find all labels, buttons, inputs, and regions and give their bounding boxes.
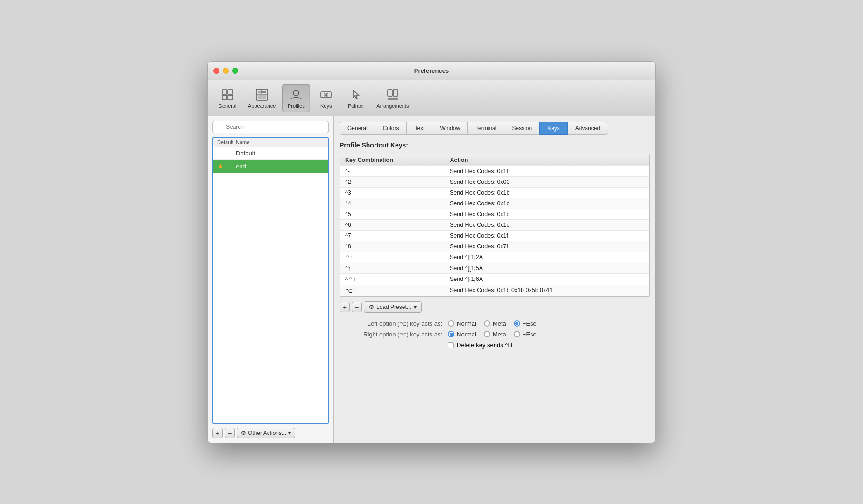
left-normal-label: Normal	[457, 320, 476, 327]
key-cell: ^8	[340, 241, 445, 252]
delete-key-option[interactable]: Delete key sends ^H	[448, 342, 650, 349]
table-row[interactable]: ^2Send Hex Codes: 0x00	[340, 176, 649, 187]
left-option-label: Left option (⌥) key acts as:	[340, 320, 442, 327]
remove-profile-button[interactable]: −	[225, 428, 235, 438]
left-normal-option[interactable]: Normal	[448, 320, 476, 327]
table-row[interactable]: ^4Send Hex Codes: 0x1c	[340, 198, 649, 209]
left-meta-label: Meta	[493, 320, 506, 327]
key-cell: ^6	[340, 219, 445, 230]
right-esc-label: +Esc	[523, 331, 536, 338]
key-cell: ^3	[340, 187, 445, 198]
keys-content: Profile Shortcut Keys: Key Combination A…	[340, 141, 650, 349]
tab-keys[interactable]: Keys	[539, 122, 568, 135]
tab-window[interactable]: Window	[432, 122, 468, 135]
add-profile-button[interactable]: +	[212, 428, 223, 438]
table-row[interactable]: ^5Send Hex Codes: 0x1d	[340, 209, 649, 219]
main-content: 🔍 Default Name Default ★ end	[208, 116, 655, 443]
table-row[interactable]: ^↑Send ^[[1;5A	[340, 263, 649, 273]
right-panel: General Colors Text Window Terminal Sess…	[334, 116, 655, 443]
tab-general[interactable]: General	[340, 122, 375, 135]
right-meta-option[interactable]: Meta	[484, 331, 506, 338]
chevron-icon-table: ▾	[414, 304, 417, 310]
tab-colors[interactable]: Colors	[375, 122, 407, 135]
profile-name-end: end	[236, 163, 324, 170]
remove-key-button[interactable]: −	[352, 302, 362, 312]
keys-icon: ⌘	[318, 87, 333, 102]
toolbar: General Appearance	[208, 80, 655, 116]
other-actions-button[interactable]: ⚙ Other Actions... ▾	[237, 428, 295, 438]
toolbar-item-general[interactable]: General	[213, 84, 241, 112]
search-input[interactable]	[212, 121, 329, 133]
col-key-combination: Key Combination	[340, 154, 445, 166]
toolbar-label-appearance: Appearance	[248, 103, 276, 109]
left-esc-option[interactable]: +Esc	[514, 320, 536, 327]
key-cell: ^↑	[340, 263, 445, 273]
add-key-button[interactable]: +	[340, 302, 350, 312]
keys-table: Key Combination Action ^-Send Hex Codes:…	[340, 154, 649, 296]
profile-row-default[interactable]: Default	[213, 147, 328, 160]
table-row[interactable]: ^8Send Hex Codes: 0x7f	[340, 241, 649, 252]
left-esc-label: +Esc	[523, 320, 536, 327]
close-button[interactable]	[213, 68, 219, 74]
toolbar-item-appearance[interactable]: Appearance	[243, 84, 280, 112]
key-cell: ^5	[340, 209, 445, 219]
preferences-window: Preferences General	[207, 61, 656, 443]
right-normal-option[interactable]: Normal	[448, 331, 476, 338]
delete-key-label: Delete key sends ^H	[457, 342, 512, 349]
right-normal-radio[interactable]	[448, 331, 454, 337]
sidebar: 🔍 Default Name Default ★ end	[208, 116, 334, 443]
profile-list-header: Default Name	[213, 138, 328, 147]
chevron-icon-sidebar: ▾	[288, 430, 291, 436]
svg-rect-5	[258, 91, 262, 93]
right-option-row: Right option (⌥) key acts as: Normal Met…	[340, 331, 650, 338]
toolbar-item-keys[interactable]: ⌘ Keys	[312, 84, 340, 112]
left-meta-radio[interactable]	[484, 320, 490, 327]
table-row[interactable]: ^-Send Hex Codes: 0x1f	[340, 166, 649, 176]
delete-key-checkbox[interactable]	[448, 342, 454, 348]
table-row[interactable]: ^6Send Hex Codes: 0x1e	[340, 219, 649, 230]
tab-session[interactable]: Session	[504, 122, 540, 135]
left-meta-option[interactable]: Meta	[484, 320, 506, 327]
keys-table-wrapper[interactable]: Key Combination Action ^-Send Hex Codes:…	[340, 154, 650, 297]
action-cell: Send ^[[1;5A	[445, 263, 649, 273]
key-cell: ^2	[340, 176, 445, 187]
profile-row-end[interactable]: ★ end	[213, 160, 328, 173]
svg-rect-1	[228, 90, 233, 94]
table-row[interactable]: ⇧↑Send ^[[1;2A	[340, 252, 649, 263]
svg-rect-6	[262, 91, 266, 93]
toolbar-item-pointer[interactable]: Pointer	[342, 84, 370, 112]
action-cell: Send ^[[1;6A	[445, 273, 649, 285]
titlebar: Preferences	[208, 62, 655, 80]
action-cell: Send ^[[1;2A	[445, 252, 649, 263]
svg-point-10	[293, 90, 299, 96]
toolbar-item-arrangements[interactable]: Arrangements	[372, 84, 413, 112]
traffic-lights	[213, 68, 238, 74]
tab-terminal[interactable]: Terminal	[467, 122, 504, 135]
table-row[interactable]: ^7Send Hex Codes: 0x1f	[340, 230, 649, 241]
table-row[interactable]: ⌥↑Send Hex Codes: 0x1b 0x1b 0x5b 0x41	[340, 285, 649, 296]
svg-rect-3	[228, 95, 233, 100]
action-cell: Send Hex Codes: 0x1e	[445, 219, 649, 230]
default-star-filled: ★	[217, 162, 236, 171]
left-normal-radio[interactable]	[448, 320, 454, 327]
left-esc-radio[interactable]	[514, 320, 520, 327]
toolbar-item-profiles[interactable]: Profiles	[282, 84, 310, 112]
load-preset-button[interactable]: ⚙ Load Preset... ▾	[364, 301, 422, 313]
svg-rect-0	[222, 90, 227, 94]
section-title: Profile Shortcut Keys:	[340, 141, 650, 149]
key-cell: ^7	[340, 230, 445, 241]
tab-text[interactable]: Text	[406, 122, 432, 135]
right-esc-radio[interactable]	[514, 331, 520, 337]
left-option-radio-group: Normal Meta +Esc	[448, 320, 536, 327]
table-row[interactable]: ^⇧↑Send ^[[1;6A	[340, 273, 649, 285]
right-meta-radio[interactable]	[484, 331, 490, 337]
gear-icon-table: ⚙	[369, 304, 374, 310]
key-cell: ^⇧↑	[340, 273, 445, 285]
profile-name-default: Default	[236, 150, 324, 157]
tab-advanced[interactable]: Advanced	[567, 122, 608, 135]
right-esc-option[interactable]: +Esc	[514, 331, 536, 338]
maximize-button[interactable]	[232, 68, 238, 74]
toolbar-label-arrangements: Arrangements	[376, 103, 409, 109]
table-row[interactable]: ^3Send Hex Codes: 0x1b	[340, 187, 649, 198]
minimize-button[interactable]	[223, 68, 229, 74]
